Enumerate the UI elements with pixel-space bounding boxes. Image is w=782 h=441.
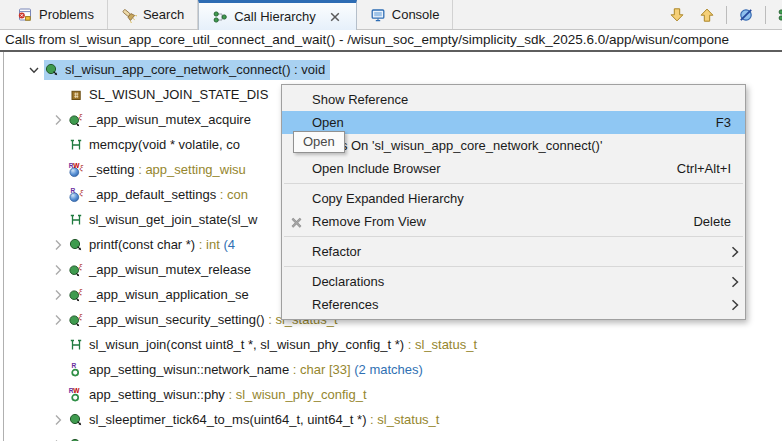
tree-row-content: sl_sleeptimer_tick64_to_ms(uint64_t, uin… xyxy=(68,410,444,430)
menu-item-open-include-browser[interactable]: Open Include BrowserCtrl+Alt+I xyxy=(282,157,745,180)
menu-item-focus-on-sl-wisun-app-core-network-connect[interactable]: Focus On 'sl_wisun_app_core_network_conn… xyxy=(282,134,745,157)
history-button[interactable] xyxy=(735,4,757,26)
tree-row-label: sl_wisun_get_join_state(sl_w xyxy=(89,212,257,227)
tree-row-name: sl_wisun_app_core_network_connect() : vo… xyxy=(65,62,325,77)
menu-item-show-reference[interactable]: Show Reference xyxy=(282,88,745,111)
tree-row[interactable]: sl_wisun_app_core_network_connect() : vo… xyxy=(4,57,782,82)
tree-row-name: sl_wisun_join(const uint8_t *, sl_wisun_… xyxy=(89,337,404,352)
chevron-expanded-icon[interactable] xyxy=(26,62,44,78)
tree-row-content: Rξ_app_default_settings : con xyxy=(68,185,253,205)
tree-row-name: sl_wisun_get_join_state(sl_w xyxy=(89,212,257,227)
menu-item-copy-expanded-hierarchy[interactable]: Copy Expanded Hierarchy xyxy=(282,187,745,210)
tree-row-content: ξ_app_wisun_application_se xyxy=(68,285,254,305)
tree-row-name: printf(const char *) xyxy=(89,237,195,252)
tab-console[interactable]: Console xyxy=(357,0,454,29)
menu-item-shortcut: F3 xyxy=(716,115,731,130)
tree-row[interactable]: sl_sleeptimer_tick64_to_ms(uint64_t, uin… xyxy=(4,407,782,432)
chevron-spacer xyxy=(50,162,68,178)
tree-row-name: app_setting_wisun::phy xyxy=(89,387,225,402)
chevron-collapsed-icon[interactable] xyxy=(50,112,68,128)
tab-label: Search xyxy=(143,7,184,22)
menu-item-label: Show Reference xyxy=(312,92,745,107)
eclipse-call-hierarchy-panel: ProblemsSearchCall HierarchyConsole Call… xyxy=(0,0,782,441)
remove-icon xyxy=(289,214,305,230)
function-icon xyxy=(44,62,60,78)
tree-row-type: : int xyxy=(195,237,220,252)
tree-row-type: : sl_wisun_phy_config_t xyxy=(225,387,367,402)
tree-row-name: memcpy(void * volatile, co xyxy=(89,137,240,152)
static-function-icon: ξ xyxy=(68,287,84,303)
search-icon xyxy=(121,7,137,23)
menu-item-label: Refactor xyxy=(312,244,725,259)
tree-row[interactable]: sl_wisun_join(const uint8_t *, sl_wisun_… xyxy=(4,332,782,357)
tree-row-content: sl_wisun_join(const uint8_t *, sl_wisun_… xyxy=(68,335,482,355)
tree-row[interactable] xyxy=(4,432,782,441)
chevron-collapsed-icon[interactable] xyxy=(50,287,68,303)
close-icon[interactable] xyxy=(327,9,343,25)
tree-row-content: Rapp_setting_wisun::network_name : char … xyxy=(68,360,428,380)
svg-text:ξ: ξ xyxy=(79,312,83,321)
tree-row-content: sl_wisun_get_join_state(sl_w xyxy=(68,210,262,230)
call-hierarchy-icon xyxy=(777,7,782,23)
menu-item-declarations[interactable]: Declarations xyxy=(282,270,745,293)
svg-text:ξ: ξ xyxy=(79,287,83,296)
menu-item-open[interactable]: OpenF3 xyxy=(282,111,745,134)
menu-item-label: Open xyxy=(312,115,716,130)
previous-element-button[interactable] xyxy=(696,4,718,26)
svg-text:ξ: ξ xyxy=(79,112,83,121)
chevron-collapsed-icon[interactable] xyxy=(50,262,68,278)
submenu-arrow-icon xyxy=(725,295,745,315)
svg-text:ξ: ξ xyxy=(80,163,84,172)
tab-label: Call Hierarchy xyxy=(234,9,316,24)
problems-icon xyxy=(17,7,33,23)
svg-text:ξ: ξ xyxy=(79,262,83,271)
tree-row[interactable]: RWapp_setting_wisun::phy : sl_wisun_phy_… xyxy=(4,382,782,407)
static-variable-rw-icon: RWξ xyxy=(68,162,84,178)
tree-row-label: sl_wisun_join(const uint8_t *, sl_wisun_… xyxy=(89,337,477,352)
tree-row-label: app_setting_wisun::network_name : char [… xyxy=(89,362,423,377)
tree-row-content xyxy=(68,435,94,441)
tree-row-label: app_setting_wisun::phy : sl_wisun_phy_co… xyxy=(89,387,367,402)
static-variable-r-icon: Rξ xyxy=(68,187,84,203)
tab-call-hierarchy[interactable]: Call Hierarchy xyxy=(198,0,357,30)
svg-text:W: W xyxy=(73,387,80,394)
tab-problems[interactable]: Problems xyxy=(4,0,108,29)
arrow-down-icon xyxy=(669,7,685,23)
function-icon xyxy=(68,437,84,441)
menu-item-label: Focus On 'sl_wisun_app_core_network_conn… xyxy=(312,138,745,153)
hierarchy-mode-button[interactable] xyxy=(774,4,782,26)
chevron-spacer xyxy=(50,362,68,378)
menu-item-refactor[interactable]: Refactor xyxy=(282,240,745,263)
tree-row-label: _app_wisun_mutex_release xyxy=(89,262,251,277)
menu-item-references[interactable]: References xyxy=(282,293,745,316)
menu-item-shortcut: Ctrl+Alt+I xyxy=(677,161,731,176)
tree-row-name: _app_wisun_mutex_acquire xyxy=(89,112,251,127)
chevron-spacer xyxy=(50,337,68,353)
chevron-collapsed-icon[interactable] xyxy=(50,437,68,441)
tab-search[interactable]: Search xyxy=(108,0,198,29)
tree-row-content: SL_WISUN_JOIN_STATE_DIS xyxy=(68,85,273,105)
toolbar-separator xyxy=(765,6,766,24)
tab-label: Console xyxy=(392,7,440,22)
tree-row-name: _app_wisun_mutex_release xyxy=(89,262,251,277)
tree-row-name: SL_WISUN_JOIN_STATE_DIS xyxy=(89,87,268,102)
tree-row-content: ξ_app_wisun_mutex_acquire xyxy=(68,110,256,130)
menu-item-remove-from-view[interactable]: Remove From ViewDelete xyxy=(282,210,745,233)
tree-row-name: _setting xyxy=(89,162,135,177)
arrow-up-icon xyxy=(699,7,715,23)
chevron-collapsed-icon[interactable] xyxy=(50,312,68,328)
chevron-collapsed-icon[interactable] xyxy=(50,237,68,253)
menu-item-label: Declarations xyxy=(312,274,725,289)
submenu-arrow-icon xyxy=(725,272,745,292)
chevron-spacer xyxy=(50,212,68,228)
hierarchy-description: Calls from sl_wisun_app_core_util_connec… xyxy=(0,30,782,52)
tree-row-matches: (4 xyxy=(220,237,235,252)
context-menu: Show ReferenceOpenF3Focus On 'sl_wisun_a… xyxy=(281,84,746,320)
view-toolbar xyxy=(666,0,782,29)
tree-row[interactable]: Rapp_setting_wisun::network_name : char … xyxy=(4,357,782,382)
chevron-collapsed-icon[interactable] xyxy=(50,412,68,428)
tree-row-type: : app_setting_wisu xyxy=(135,162,246,177)
menu-item-label: Remove From View xyxy=(312,214,693,229)
tree-row-name: sl_sleeptimer_tick64_to_ms(uint64_t, uin… xyxy=(89,412,366,427)
next-element-button[interactable] xyxy=(666,4,688,26)
